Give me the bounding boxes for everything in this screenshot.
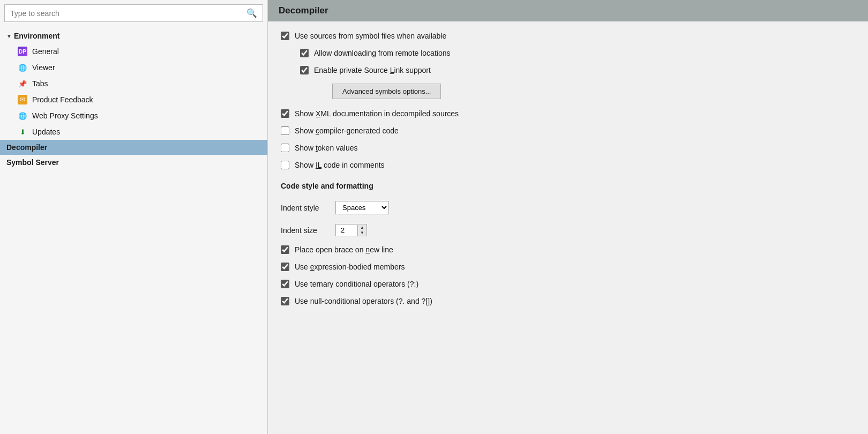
nav-icon-tabs: 📌 <box>17 78 28 89</box>
nav-tree: ▼ Environment DP General 🌐 Viewer 📌 Tabs… <box>0 26 267 434</box>
label-show-compiler: Show compiler-generated code <box>295 126 399 135</box>
checkbox-ternary[interactable] <box>281 280 289 288</box>
label-null-conditional: Use null-conditional operators (?. and ?… <box>295 297 432 305</box>
nav-label-updates: Updates <box>32 128 60 136</box>
spinner-down[interactable]: ▼ <box>358 230 366 236</box>
option-use-sources: Use sources from symbol files when avail… <box>281 30 855 42</box>
indent-style-select[interactable]: Spaces Tabs <box>335 201 389 214</box>
checkbox-show-xml[interactable] <box>281 109 289 118</box>
option-expression-bodied: Use expression-bodied members <box>281 261 855 273</box>
checkbox-expression-bodied[interactable] <box>281 263 289 271</box>
nav-item-general[interactable]: DP General <box>0 43 267 59</box>
option-show-token: Show token values <box>281 142 855 154</box>
nav-icon-general: DP <box>17 46 28 57</box>
section-environment[interactable]: ▼ Environment <box>0 28 267 43</box>
label-private-source-link: Enable private Source Link support <box>314 66 431 74</box>
option-private-source-link: Enable private Source Link support <box>281 64 855 76</box>
nav-item-web-proxy[interactable]: 🌐 Web Proxy Settings <box>0 108 267 124</box>
indent-size-input[interactable]: 2 <box>336 225 357 236</box>
nav-label-decompiler: Decompiler <box>6 143 47 152</box>
search-input[interactable] <box>10 9 246 18</box>
nav-label-viewer: Viewer <box>32 63 55 72</box>
label-use-sources: Use sources from symbol files when avail… <box>295 32 446 40</box>
nav-label-product-feedback: Product Feedback <box>32 95 93 104</box>
nav-label-tabs: Tabs <box>32 79 48 88</box>
section-environment-label: Environment <box>14 32 60 40</box>
label-show-token: Show token values <box>295 144 358 152</box>
option-show-compiler: Show compiler-generated code <box>281 125 855 137</box>
triangle-icon: ▼ <box>6 33 12 39</box>
option-ternary: Use ternary conditional operators (?:) <box>281 278 855 290</box>
search-container: 🔍 <box>4 4 263 22</box>
indent-size-label: Indent size <box>281 226 329 235</box>
nav-label-web-proxy: Web Proxy Settings <box>32 111 98 120</box>
advanced-symbols-button[interactable]: Advanced symbols options... <box>332 84 441 99</box>
indent-style-label: Indent style <box>281 204 329 212</box>
checkbox-use-sources[interactable] <box>281 32 289 40</box>
content-title: Decompiler <box>268 0 868 21</box>
checkbox-show-token[interactable] <box>281 144 289 152</box>
checkbox-null-conditional[interactable] <box>281 297 289 305</box>
nav-item-tabs[interactable]: 📌 Tabs <box>0 76 267 92</box>
sidebar: 🔍 ▼ Environment DP General 🌐 Viewer 📌 Ta… <box>0 0 268 434</box>
label-expression-bodied: Use expression-bodied members <box>295 263 405 271</box>
feedback-icon: ✉ <box>18 95 27 104</box>
label-ternary: Use ternary conditional operators (?:) <box>295 280 418 288</box>
spinner-arrows: ▲ ▼ <box>357 225 366 236</box>
spinner-up[interactable]: ▲ <box>358 225 366 230</box>
option-open-brace: Place open brace on new line <box>281 244 855 256</box>
nav-item-symbol-server[interactable]: Symbol Server <box>0 155 267 170</box>
label-show-xml: Show XML documentation in decompiled sou… <box>295 109 459 118</box>
checkbox-open-brace[interactable] <box>281 245 289 254</box>
nav-icon-viewer: 🌐 <box>17 62 28 73</box>
indent-style-row: Indent style Spaces Tabs <box>281 199 855 216</box>
main-content: Decompiler Use sources from symbol files… <box>268 0 868 434</box>
nav-item-decompiler[interactable]: Decompiler <box>0 140 267 155</box>
checkbox-allow-downloading[interactable] <box>300 49 309 57</box>
nav-item-updates[interactable]: ⬇ Updates <box>0 124 267 140</box>
nav-label-general: General <box>32 47 59 56</box>
checkbox-private-source-link[interactable] <box>300 66 309 74</box>
indent-size-spinner: 2 ▲ ▼ <box>335 224 367 236</box>
label-open-brace: Place open brace on new line <box>295 245 393 254</box>
search-icon: 🔍 <box>246 8 257 18</box>
checkbox-show-compiler[interactable] <box>281 126 289 135</box>
nav-icon-updates: ⬇ <box>17 126 28 137</box>
label-show-il: Show IL code in comments <box>295 161 385 169</box>
advanced-btn-container: Advanced symbols options... <box>281 81 855 102</box>
option-allow-downloading: Allow downloading from remote locations <box>281 47 855 59</box>
option-null-conditional: Use null-conditional operators (?. and ?… <box>281 295 855 307</box>
indent-size-row: Indent size 2 ▲ ▼ <box>281 222 855 238</box>
nav-item-product-feedback[interactable]: ✉ Product Feedback <box>0 92 267 108</box>
nav-icon-feedback: ✉ <box>17 94 28 105</box>
nav-item-viewer[interactable]: 🌐 Viewer <box>0 59 267 76</box>
option-show-xml: Show XML documentation in decompiled sou… <box>281 108 855 119</box>
checkbox-show-il[interactable] <box>281 161 289 169</box>
label-allow-downloading: Allow downloading from remote locations <box>314 49 450 57</box>
code-style-title: Code style and formatting <box>281 182 855 190</box>
option-show-il: Show IL code in comments <box>281 159 855 171</box>
nav-icon-proxy: 🌐 <box>17 110 28 121</box>
content-body: Use sources from symbol files when avail… <box>268 21 868 316</box>
dp-icon: DP <box>18 47 27 56</box>
nav-label-symbol-server: Symbol Server <box>6 158 59 167</box>
